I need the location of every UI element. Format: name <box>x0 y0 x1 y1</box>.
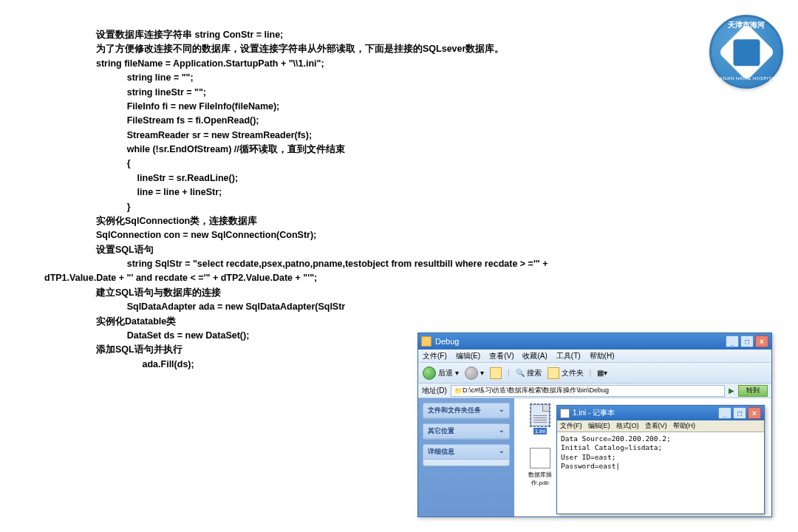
code-line: } <box>96 200 768 214</box>
sidebar-panel-details[interactable]: 详细信息⌄ <box>423 444 510 466</box>
notepad-window: 1.ini - 记事本 _ □ × 文件(F) 编辑(E) 格式(O) 查看(V… <box>556 405 765 514</box>
notepad-titlebar[interactable]: 1.ini - 记事本 _ □ × <box>557 406 764 420</box>
folder-icon <box>421 336 432 347</box>
up-button[interactable] <box>490 367 502 379</box>
code-line: while (!sr.EndOfStream) //循环读取，直到文件结束 <box>96 143 768 157</box>
hospital-logo: 天津市海河 TIANJIN HAIHE HOSPITAL <box>709 15 783 89</box>
code-line: dTP1.Value.Date + "' and recdate < ='" +… <box>44 271 768 285</box>
address-input[interactable]: 📁 D:\c#练习\仿造\数据库检索\数据库操作\bin\Debug <box>451 385 725 397</box>
goto-button[interactable]: 转到 <box>738 385 768 397</box>
code-line: 实例化SqlConnection类，连接数据库 <box>96 214 768 228</box>
search-button[interactable]: 🔍搜索 <box>516 368 542 378</box>
code-line: line = line + lineStr; <box>96 185 768 200</box>
close-button[interactable]: × <box>755 335 768 347</box>
menu-view[interactable]: 查看(V) <box>645 421 667 431</box>
menu-file[interactable]: 文件(F) <box>423 351 447 361</box>
menu-format[interactable]: 格式(O) <box>616 421 639 431</box>
notepad-menubar: 文件(F) 编辑(E) 格式(O) 查看(V) 帮助(H) <box>557 420 764 432</box>
explorer-title-text: Debug <box>435 337 459 346</box>
notepad-title-text: 1.ini - 记事本 <box>573 408 615 418</box>
maximize-button[interactable]: □ <box>733 407 746 419</box>
code-line: 实例化Datatable类 <box>96 315 768 329</box>
code-line: 设置SQL语句 <box>96 243 768 257</box>
code-line: 建立SQL语句与数据库的连接 <box>96 286 768 300</box>
views-button[interactable]: ▦▾ <box>597 369 607 377</box>
address-label: 地址(D) <box>422 386 447 396</box>
explorer-toolbar: 后退 ▾ ▾ | 🔍搜索 文件夹 | ▦▾ <box>418 363 771 383</box>
menu-help[interactable]: 帮助(H) <box>590 351 615 361</box>
menu-fav[interactable]: 收藏(A) <box>522 351 547 361</box>
code-line: string fileName = Application.StartupPat… <box>96 57 768 71</box>
file-item[interactable]: 数据库操作.pdb <box>520 447 560 487</box>
minimize-button[interactable]: _ <box>726 335 739 347</box>
menu-file[interactable]: 文件(F) <box>560 421 582 431</box>
sidebar-panel-tasks[interactable]: 文件和文件夹任务⌄ <box>423 403 510 419</box>
explorer-titlebar[interactable]: Debug _ □ × <box>418 333 771 349</box>
logo-text-bottom: TIANJIN HAIHE HOSPITAL <box>712 76 781 81</box>
code-line: string SqlStr = "select recdate,psex,pat… <box>96 257 768 271</box>
code-line: 设置数据库连接字符串 string ConStr = line; <box>96 28 768 42</box>
code-line: { <box>96 157 768 171</box>
menu-tools[interactable]: 工具(T) <box>556 351 581 361</box>
code-line: lineStr = sr.ReadLine(); <box>96 171 768 185</box>
menu-help[interactable]: 帮助(H) <box>673 421 696 431</box>
code-line: string line = ""; <box>96 71 768 85</box>
explorer-menubar: 文件(F) 编辑(E) 查看(V) 收藏(A) 工具(T) 帮助(H) <box>418 349 771 363</box>
file-item[interactable]: 1.ini <box>520 404 560 444</box>
code-line: SqlConnection con = new SqlConnection(Co… <box>96 228 768 242</box>
forward-button[interactable]: ▾ <box>465 366 484 380</box>
folders-button[interactable]: 文件夹 <box>548 367 584 379</box>
explorer-sidebar: 文件和文件夹任务⌄ 其它位置⌄ 详细信息⌄ <box>418 398 514 516</box>
code-line: FileStream fs = fi.OpenRead(); <box>96 114 768 128</box>
code-line: string lineStr = ""; <box>96 86 768 100</box>
code-line: SqlDataAdapter ada = new SqlDataAdapter(… <box>96 300 768 314</box>
code-block: 设置数据库连接字符串 string ConStr = line; 为了方便修改连… <box>0 0 798 372</box>
notepad-content[interactable]: Data Source=200.200.200.2; Initial Catal… <box>557 432 764 473</box>
menu-edit[interactable]: 编辑(E) <box>456 351 480 361</box>
sidebar-panel-other[interactable]: 其它位置⌄ <box>423 423 510 440</box>
notepad-icon <box>560 409 570 418</box>
menu-view[interactable]: 查看(V) <box>489 351 514 361</box>
back-button[interactable]: 后退 ▾ <box>423 366 459 380</box>
code-line: 为了方便修改连接不同的数据库，设置连接字符串从外部读取，下面是挂接的SQLsev… <box>96 42 768 56</box>
maximize-button[interactable]: □ <box>740 335 754 347</box>
code-line: FileInfo fi = new FileInfo(fileName); <box>96 100 768 114</box>
menu-edit[interactable]: 编辑(E) <box>588 421 610 431</box>
explorer-addressbar: 地址(D) 📁 D:\c#练习\仿造\数据库检索\数据库操作\bin\Debug… <box>418 383 771 398</box>
close-button[interactable]: × <box>748 407 761 419</box>
code-line: StreamReader sr = new StreamReader(fs); <box>96 129 768 143</box>
minimize-button[interactable]: _ <box>718 407 732 419</box>
